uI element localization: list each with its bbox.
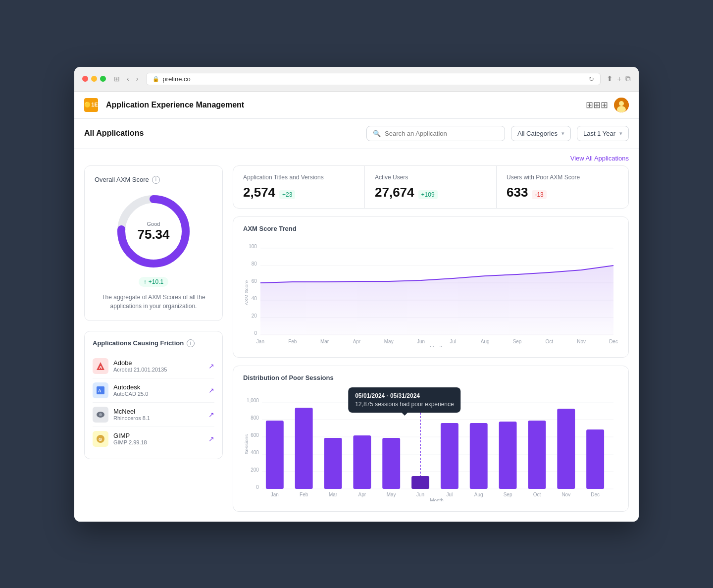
svg-text:100: 100 [249,243,257,249]
donut-score-value: 75.34 [137,226,169,242]
app-version: Rhinoceros 8.1 [113,415,204,421]
friction-title-text: Applications Causing Friction [93,339,184,347]
bar-jun[interactable] [411,476,429,489]
app-version: Acrobat 21.001.20135 [113,367,204,373]
bar-apr [353,435,371,489]
stat-value: 27,674 [375,185,414,200]
friction-list: A Adobe Acrobat 21.001.20135 ↗ [93,354,214,451]
stat-value-row: 2,574 +23 [243,185,355,200]
svg-text:400: 400 [251,449,259,455]
close-button[interactable] [82,76,88,82]
browser-actions: ⬆ + ⧉ [607,74,631,83]
browser-chrome: ⊞ ‹ › 🔒 preline.co ↻ ⬆ + ⧉ [74,67,639,92]
stat-title: Users with Poor AXM Score [507,174,618,181]
bar-may [382,438,400,489]
friction-item: G GIMP GIMP 2.99.18 ↗ [93,427,214,451]
refresh-icon[interactable]: ↻ [589,75,594,83]
maximize-button[interactable] [100,76,106,82]
svg-text:Feb: Feb [288,338,297,344]
page-title: All Applications [84,129,360,138]
app-link-icon[interactable]: ↗ [208,411,214,419]
donut-center: Good 75.34 [137,220,169,242]
categories-dropdown[interactable]: All Categories ▾ [511,126,571,141]
svg-text:Nov: Nov [577,338,586,344]
chevron-down-icon-time: ▾ [619,130,622,137]
time-dropdown[interactable]: Last 1 Year ▾ [577,126,629,141]
address-bar[interactable]: 🔒 preline.co ↻ [146,73,601,85]
svg-text:Jan: Jan [271,491,279,497]
svg-text:Oct: Oct [546,338,554,344]
score-badge-arrow: ↑ [144,278,147,285]
svg-text:Oct: Oct [533,491,541,497]
view-all-applications-link[interactable]: View All Applications [570,155,629,162]
sidebar-toggle-icon[interactable]: ⊞ [112,74,122,84]
svg-text:Jun: Jun [416,491,424,497]
axm-trend-chart-card: AXM Score Trend 0 20 40 60 80 100 [233,216,629,358]
tabs-icon[interactable]: ⧉ [625,74,631,83]
back-icon[interactable]: ‹ [125,74,131,84]
axm-chart-wrapper: 0 20 40 60 80 100 [243,238,618,349]
app-link-icon[interactable]: ↗ [208,362,214,370]
stat-value: 2,574 [243,185,275,200]
svg-text:Aug: Aug [481,338,490,344]
svg-text:Sep: Sep [513,338,522,344]
dashboard-grid: Overall AXM Score i Good [84,165,629,512]
app-link-icon[interactable]: ↗ [208,435,214,443]
svg-text:20: 20 [252,313,257,318]
forward-icon[interactable]: › [134,74,141,84]
app-name: Adobe [113,359,204,367]
search-input[interactable] [385,130,499,137]
score-label-row: Overall AXM Score i [95,176,212,184]
distribution-chart-svg: 0 200 400 600 800 1,000 [243,387,618,501]
svg-text:G: G [99,437,102,442]
svg-text:200: 200 [251,467,259,472]
svg-point-10 [99,413,102,416]
url-text: preline.co [162,75,190,83]
svg-text:Jun: Jun [417,338,425,344]
stat-value-row: 27,674 +109 [375,185,486,200]
app-link-icon[interactable]: ↗ [208,386,214,394]
svg-text:1,000: 1,000 [247,397,259,403]
distribution-chart-wrapper: 05/01/2024 - 05/31/2024 12,875 sessions … [243,387,618,503]
svg-text:Jul: Jul [450,338,457,344]
app-icon-gimp: G [93,431,108,447]
stat-card-users: Active Users 27,674 +109 [365,166,497,208]
app-info-adobe: Adobe Acrobat 21.001.20135 [113,359,204,373]
donut-quality: Good [137,220,169,226]
lock-icon: 🔒 [153,76,159,82]
svg-text:Apr: Apr [358,491,366,497]
minimize-button[interactable] [91,76,97,82]
grid-icon[interactable]: ⊞⊞⊞ [586,100,608,110]
bar-aug [470,423,488,489]
svg-text:800: 800 [251,415,259,420]
svg-text:Feb: Feb [300,491,308,497]
stat-value-row: 633 -13 [507,185,618,200]
svg-text:May: May [384,338,394,344]
app-info-autodesk: Autodesk AutoCAD 25.0 [113,383,204,397]
stat-value: 633 [507,185,528,200]
stat-card-apps: Application Titles and Versions 2,574 +2… [233,166,365,208]
new-tab-icon[interactable]: + [617,74,621,83]
friction-item: A Autodesk AutoCAD 25.0 ↗ [93,378,214,403]
svg-text:40: 40 [252,295,257,301]
main-content: View All Applications Overall AXM Score … [74,149,639,522]
score-label-text: Overall AXM Score [95,176,149,183]
logo-text: 🟡1E [84,102,98,108]
svg-text:Dec: Dec [591,491,600,497]
app-name: McNeel [113,408,204,415]
app-container: 🟡1E Application Experience Management ⊞⊞… [74,92,639,522]
axm-chart-svg: 0 20 40 60 80 100 [243,238,618,347]
avatar[interactable] [614,98,629,112]
search-box[interactable]: 🔍 [366,126,505,141]
svg-text:Sessions: Sessions [244,434,249,454]
score-badge-value: +10.1 [149,278,163,285]
score-info-icon[interactable]: i [152,176,160,184]
categories-label: All Categories [517,130,558,137]
svg-text:600: 600 [251,432,259,437]
svg-text:0: 0 [254,330,257,335]
chevron-down-icon: ▾ [561,130,564,137]
share-icon[interactable]: ⬆ [607,74,613,83]
bar-feb [295,408,313,489]
friction-info-icon[interactable]: i [187,339,195,347]
svg-text:Nov: Nov [561,491,570,497]
